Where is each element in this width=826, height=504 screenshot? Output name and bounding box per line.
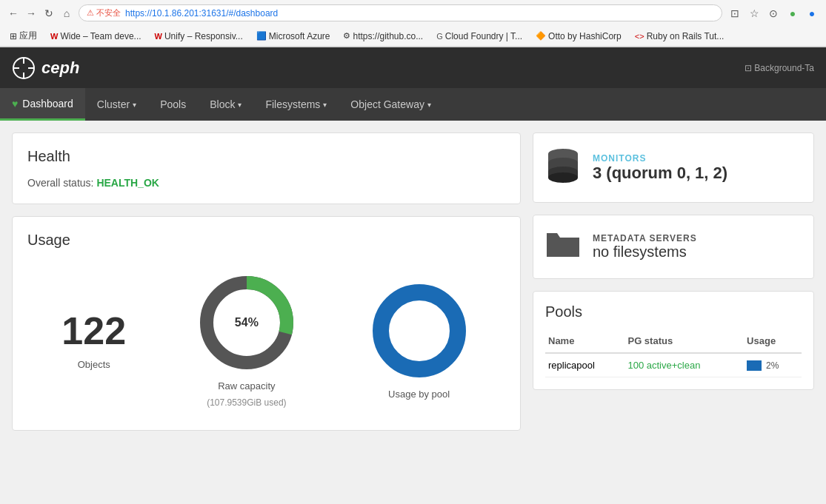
raw-capacity-percentage: 54% (235, 316, 259, 329)
nav-cluster[interactable]: Cluster ▾ (85, 88, 148, 121)
usage-title: Usage (27, 232, 505, 249)
pool-usage-bar-container: 2% (747, 360, 799, 371)
nav-pools[interactable]: Pools (148, 88, 198, 121)
nav-dashboard[interactable]: ♥ Dashboard (0, 88, 85, 121)
ceph-logo-text: ceph (41, 58, 79, 78)
nav-cluster-label: Cluster (97, 98, 130, 110)
browser-chrome: ← → ↻ ⌂ ⚠ 不安全 https://10.1.86.201:31631/… (0, 0, 826, 47)
bookmark-otto-label: Otto by HashiCorp (548, 31, 622, 41)
svg-point-9 (397, 309, 442, 353)
bookmark-rails-label: Ruby on Rails Tut... (647, 31, 725, 41)
forward-button[interactable]: → (24, 6, 39, 21)
svg-point-8 (381, 292, 458, 369)
pools-table-header: Name PG status Usage (545, 329, 802, 353)
nav-filesystems[interactable]: Filesystems ▾ (253, 88, 339, 121)
monitors-value: 3 (quorum 0, 1, 2) (593, 164, 727, 183)
nav-dashboard-label: Dashboard (22, 98, 73, 110)
bookmark-button[interactable]: ☆ (746, 5, 762, 21)
reload-button[interactable]: ↻ (41, 6, 56, 21)
health-status-value: HEALTH_OK (96, 177, 159, 189)
monitors-icon (545, 145, 581, 190)
bookmark-rails[interactable]: <> Ruby on Rails Tut... (631, 30, 728, 43)
home-button[interactable]: ⌂ (59, 6, 74, 21)
health-card: Health Overall status: HEALTH_OK (12, 132, 521, 204)
pools-card: Pools Name PG status Usage replicapool 1… (533, 291, 814, 390)
bookmark-otto[interactable]: 🔶 Otto by HashiCorp (532, 30, 625, 43)
bookmarks-bar: ⊞ 应用 W Wide – Team deve... W Unify – Res… (0, 26, 826, 47)
bookmark-unify-label: Unify – Responsiv... (164, 31, 243, 41)
pool-pg-status-cell: 100 active+clean (625, 353, 744, 377)
pools-col-usage: Usage (744, 329, 802, 353)
security-warning: ⚠ 不安全 (87, 7, 121, 19)
browser-toolbar: ← → ↻ ⌂ ⚠ 不安全 https://10.1.86.201:31631/… (0, 0, 826, 26)
background-tab-hint: ⊡ Background-Ta (745, 63, 814, 73)
metadata-info: METADATA SERVERS no filesystems (593, 233, 697, 261)
object-gateway-caret-icon: ▾ (427, 101, 431, 109)
address-bar[interactable]: ⚠ 不安全 https://10.1.86.201:31631/#/dashbo… (79, 4, 722, 21)
app-header: ceph ⊡ Background-Ta (0, 47, 826, 88)
bookmark-wide-label: Wide – Team deve... (60, 31, 141, 41)
pool-usage-cell: 2% (744, 353, 802, 377)
health-status: Overall status: HEALTH_OK (27, 177, 505, 189)
bookmark-unify[interactable]: W Unify – Responsiv... (151, 30, 247, 43)
usage-by-pool-chart (367, 279, 471, 383)
objects-count: 122 (61, 309, 126, 353)
translate-button[interactable]: ⊡ (727, 5, 743, 21)
block-caret-icon: ▾ (238, 101, 242, 109)
cluster-caret-icon: ▾ (133, 101, 136, 109)
table-row: replicapool 100 active+clean 2% (545, 353, 802, 377)
svg-point-16 (548, 172, 578, 183)
pool-usage-pct: 2% (766, 360, 779, 371)
health-title: Health (27, 148, 505, 165)
bookmark-cloudfoundry[interactable]: G Cloud Foundry | T... (433, 30, 526, 43)
bookmark-github[interactable]: ⚙ https://github.co... (339, 30, 427, 43)
bookmark-github-label: https://github.co... (353, 31, 423, 41)
nav-object-gateway[interactable]: Object Gateway ▾ (339, 88, 443, 121)
main-content: Health Overall status: HEALTH_OK Usage 1… (0, 121, 826, 443)
right-panel: MONITORS 3 (quorum 0, 1, 2) METADATA SER… (533, 132, 814, 431)
metadata-servers-label: METADATA SERVERS (593, 233, 697, 243)
raw-capacity-item: 54% Raw capacity (107.9539GiB used) (195, 271, 299, 408)
back-button[interactable]: ← (6, 6, 21, 21)
nav-filesystems-label: Filesystems (265, 98, 320, 110)
monitors-card: MONITORS 3 (quorum 0, 1, 2) (533, 132, 814, 203)
pool-usage-bar (747, 360, 762, 371)
bookmark-azure[interactable]: 🟦 Microsoft Azure (253, 30, 334, 43)
ceph-logo-icon (12, 56, 36, 80)
ceph-logo: ceph (12, 56, 79, 80)
extensions-button[interactable]: ● (804, 5, 820, 21)
usage-grid: 122 Objects 54% Raw capacity (27, 263, 505, 415)
objects-item: 122 Objects (61, 309, 126, 370)
bookmark-apps-label: 应用 (19, 30, 37, 42)
svg-point-1 (20, 64, 27, 72)
metadata-icon (545, 227, 581, 266)
profile-button[interactable]: ● (785, 5, 801, 21)
nav-block-label: Block (210, 98, 235, 110)
nav-block[interactable]: Block ▾ (198, 88, 253, 121)
bookmark-apps[interactable]: ⊞ 应用 (6, 28, 41, 44)
bookmark-azure-label: Microsoft Azure (269, 31, 330, 41)
raw-capacity-sublabel: (107.9539GiB used) (207, 397, 286, 408)
pools-table: Name PG status Usage replicapool 100 act… (545, 329, 802, 377)
usage-card: Usage 122 Objects (12, 216, 521, 431)
url-text: https://10.1.86.201:31631/#/dashboard (125, 8, 278, 19)
pool-name-cell: replicapool (545, 353, 625, 377)
nav-pools-label: Pools (160, 98, 186, 110)
pools-col-name: Name (545, 329, 625, 353)
history-button[interactable]: ⊙ (765, 5, 782, 21)
usage-by-pool-item: Usage by pool (367, 279, 471, 400)
monitors-label: MONITORS (593, 153, 727, 164)
bookmark-wide[interactable]: W Wide – Team deve... (47, 30, 145, 43)
metadata-card: METADATA SERVERS no filesystems (533, 215, 814, 279)
app-nav: ♥ Dashboard Cluster ▾ Pools Block ▾ File… (0, 88, 826, 121)
heart-icon: ♥ (12, 98, 18, 110)
usage-by-pool-label: Usage by pool (388, 389, 450, 400)
nav-buttons: ← → ↻ ⌂ (6, 6, 74, 21)
pools-title: Pools (545, 303, 802, 320)
raw-capacity-chart: 54% (195, 271, 299, 374)
bookmark-cloudfoundry-label: Cloud Foundry | T... (445, 31, 522, 41)
browser-actions: ⊡ ☆ ⊙ ● ● (727, 5, 820, 21)
pools-col-pg-status: PG status (625, 329, 744, 353)
metadata-servers-value: no filesystems (593, 243, 697, 261)
filesystems-caret-icon: ▾ (323, 101, 327, 109)
